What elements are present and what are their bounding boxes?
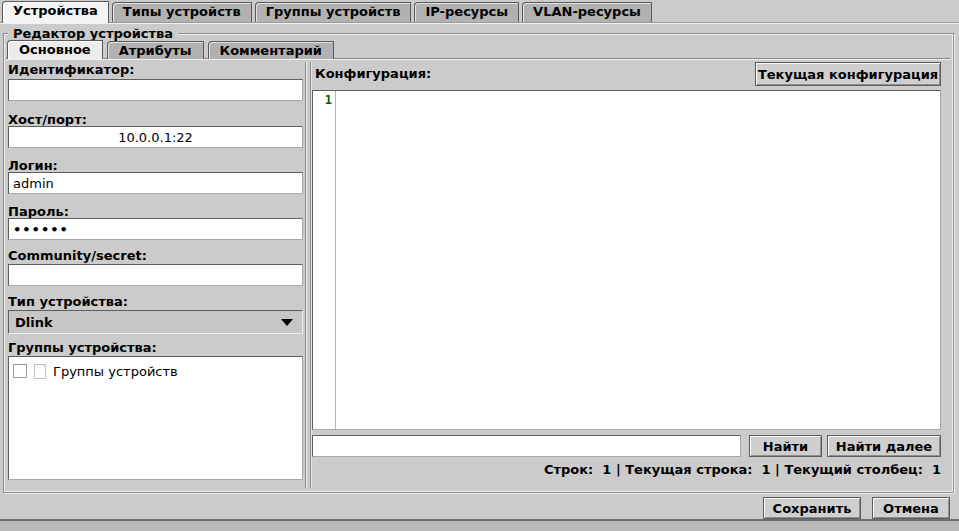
find-input[interactable]	[312, 435, 741, 457]
tab-general[interactable]: Основное	[7, 40, 103, 59]
configuration-editor[interactable]: 1	[312, 90, 941, 430]
tree-item[interactable]: Группы устройств	[13, 363, 302, 379]
host-port-label: Хост/порт:	[8, 112, 87, 127]
chevron-down-icon	[281, 319, 293, 326]
device-type-label: Тип устройства:	[8, 294, 128, 309]
community-input[interactable]	[8, 264, 303, 286]
tab-ip-resources[interactable]: IP-ресурсы	[414, 2, 519, 22]
device-groups-list[interactable]: Группы устройств	[8, 356, 303, 480]
panel-divider	[305, 62, 311, 488]
login-input[interactable]	[8, 172, 303, 194]
window-bottom-edge	[0, 519, 959, 531]
group-checkbox[interactable]	[13, 364, 27, 378]
current-configuration-button[interactable]: Текущая конфигурация	[755, 62, 941, 86]
tab-attributes[interactable]: Атрибуты	[107, 41, 204, 59]
community-label: Community/secret:	[8, 248, 147, 263]
find-next-button[interactable]: Найти далее	[827, 435, 941, 457]
cancel-button[interactable]: Отмена	[872, 497, 950, 519]
save-button[interactable]: Сохранить	[763, 497, 861, 519]
document-icon	[34, 364, 46, 379]
tree-item-label: Группы устройств	[53, 364, 178, 379]
device-type-select[interactable]: Dlink	[8, 310, 303, 334]
tab-device-groups[interactable]: Группы устройств	[255, 2, 412, 22]
device-type-value: Dlink	[9, 315, 281, 330]
editor-tab-bar: Основное Атрибуты Комментарий	[7, 40, 334, 59]
tab-device-types[interactable]: Типы устройств	[112, 2, 252, 22]
line-number: 1	[325, 93, 332, 107]
find-button[interactable]: Найти	[749, 435, 822, 457]
device-editor-window: Устройства Типы устройств Группы устройс…	[0, 0, 959, 531]
login-label: Логин:	[8, 158, 58, 173]
tab-comment[interactable]: Комментарий	[208, 41, 334, 59]
main-tab-bar: Устройства Типы устройств Группы устройс…	[2, 1, 652, 22]
panel-title: Редактор устройства	[8, 26, 178, 41]
identifier-input[interactable]	[8, 79, 303, 101]
password-input[interactable]	[8, 218, 303, 240]
host-port-input[interactable]	[8, 126, 303, 148]
identifier-label: Идентификатор:	[8, 62, 134, 77]
editor-status-text: Строк: 1 | Текущая строка: 1 | Текущий с…	[544, 462, 941, 477]
tab-devices[interactable]: Устройства	[2, 1, 109, 23]
configuration-label: Конфигурация:	[315, 66, 431, 81]
device-groups-label: Группы устройства:	[8, 340, 157, 355]
tab-vlan-resources[interactable]: VLAN-ресурсы	[522, 2, 652, 22]
password-label: Пароль:	[8, 204, 69, 219]
tab-content-divider	[0, 22, 959, 24]
configuration-text[interactable]	[336, 91, 940, 429]
line-number-gutter: 1	[313, 91, 336, 429]
